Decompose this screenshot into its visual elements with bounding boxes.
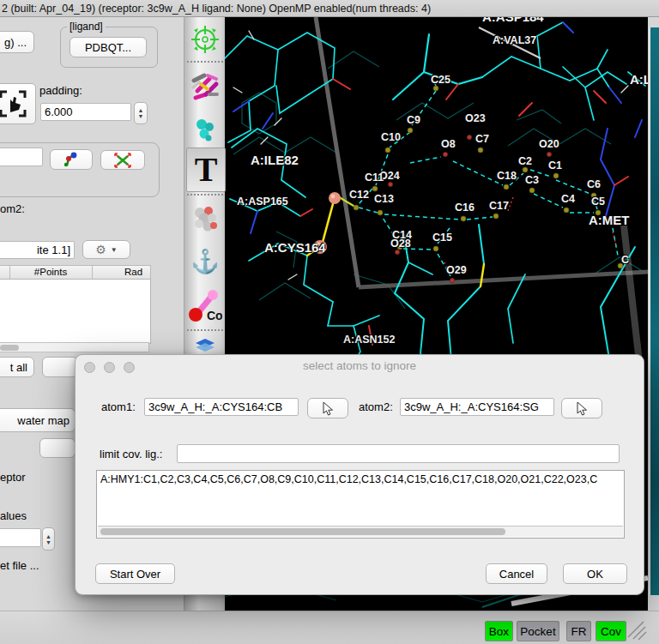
site-options-dropdown[interactable]: ⚙ ▼ <box>82 240 130 259</box>
values-input[interactable] <box>0 528 41 547</box>
covalent-co-icon: Co <box>188 287 222 323</box>
limit-cov-lig-input[interactable] <box>177 444 620 463</box>
box-toggle-button[interactable]: Box <box>485 621 513 641</box>
atom-label: C2 <box>518 155 532 167</box>
molecule-pick-icon <box>62 152 81 167</box>
cancel-button[interactable]: Cancel <box>486 563 547 584</box>
pocket-toggle-label: Pocket <box>520 625 555 638</box>
panel-button-blank[interactable] <box>42 357 78 377</box>
atom-label: C25 <box>431 74 450 86</box>
atom2-panel-label: om2: <box>0 202 25 215</box>
radius-column-header[interactable]: Rad <box>124 267 142 277</box>
atom-label: O28 <box>390 238 411 250</box>
anchor-tool-button[interactable]: ⚓ <box>186 242 224 281</box>
padding-value: 6.000 <box>45 105 73 118</box>
atom-label: A:VAL37 <box>493 34 536 46</box>
atom-label: C11 <box>365 172 384 184</box>
cursor-arrow-icon <box>323 401 334 416</box>
points-list-box[interactable] <box>0 279 151 344</box>
text-tool-icon: T <box>195 151 218 189</box>
cov-toggle-button[interactable]: Cov <box>596 621 626 641</box>
chevron-down-icon: ▼ <box>111 246 118 254</box>
atom-label: C16 <box>455 202 475 214</box>
gear-icon: ⚙ <box>95 243 106 256</box>
atom-label: C6 <box>587 178 601 190</box>
clear-selection-button[interactable] <box>100 150 145 170</box>
spheres-icon <box>190 202 221 235</box>
set-file-button[interactable]: et file ... <box>0 559 39 572</box>
target-icon <box>190 24 221 55</box>
atom-label: C13 <box>374 193 394 205</box>
covalent-tool-button[interactable]: Co <box>186 285 224 326</box>
atom-label: O20 <box>539 138 559 150</box>
atom-label: A:ASN152 <box>343 334 395 346</box>
right-edge-panel <box>648 17 659 611</box>
pdbqt-button[interactable]: PDBQT... <box>70 37 147 57</box>
picked-atom-cb[interactable] <box>329 192 341 204</box>
atom-label: C1 <box>548 159 562 172</box>
site-name-input[interactable]: ite 1.1] <box>0 241 75 259</box>
select-all-label: t all <box>10 361 27 374</box>
ligand-tool-button[interactable] <box>186 113 224 146</box>
atom-label: C18 <box>497 170 517 182</box>
atom-label: O29 <box>446 264 467 276</box>
text-tool-button[interactable]: T <box>186 147 226 192</box>
atom-label: A:LE <box>630 72 648 87</box>
site-name-value: ite 1.1] <box>37 244 70 256</box>
background-window-strip <box>650 27 659 595</box>
water-map-label: water map <box>17 414 70 427</box>
spheres-tool-button[interactable] <box>186 199 224 238</box>
select-atoms-dialog: select atoms to ignore atom1: 3c9w_A_H:_… <box>75 354 644 595</box>
receptor-label: eptor <box>0 471 26 484</box>
target-tool-button[interactable] <box>186 22 224 57</box>
padding-stepper[interactable]: ▲▼ <box>134 102 148 124</box>
dialog-title: select atoms to ignore <box>76 359 644 372</box>
ok-label: OK <box>587 568 603 581</box>
resize-grip-icon[interactable] <box>625 618 647 641</box>
pocket-toggle-button[interactable]: Pocket <box>517 621 559 641</box>
atom-label: C7 <box>475 133 489 145</box>
viewer-bottom-bar: Box Pocket FR Cov <box>0 611 659 644</box>
layers-icon <box>192 336 218 355</box>
padding-label: padding: <box>39 84 82 97</box>
values-stepper[interactable]: ▲▼ <box>42 527 55 551</box>
select-all-button[interactable]: t all <box>0 357 34 377</box>
panel-button-blank-2[interactable] <box>39 438 76 458</box>
atom-label: A:ASP165 <box>237 196 288 208</box>
atom-label: O8 <box>441 138 456 150</box>
padding-input[interactable]: 6.000 <box>40 103 131 121</box>
pdbqt-button-label: PDBQT... <box>85 41 131 54</box>
atom2-pick-button[interactable] <box>561 398 602 418</box>
protein-bundle-icon <box>189 69 221 105</box>
x-arrows-icon <box>114 153 131 168</box>
start-over-button[interactable]: Start Over <box>95 563 175 584</box>
water-map-button[interactable]: water map <box>0 408 76 432</box>
points-column-header[interactable]: #Points <box>11 267 90 277</box>
protein-tool-button[interactable] <box>186 66 224 107</box>
pick-atom-button[interactable] <box>50 149 93 170</box>
grid-select-button[interactable] <box>0 83 36 124</box>
atom2-input[interactable]: 3c9w_A_H:_A:CYS164:SG <box>400 398 554 416</box>
ligand-group-label: [ligand] <box>67 21 106 33</box>
atom-label: A:MET <box>589 213 630 227</box>
atom1-input[interactable]: 3c9w_A_H:_A:CYS164:CB <box>144 398 299 416</box>
points-hscrollbar[interactable] <box>0 342 149 352</box>
dialog-title-bar[interactable]: select atoms to ignore <box>76 355 644 376</box>
hand-select-icon <box>0 89 27 118</box>
atom-label: A:ILE82 <box>251 153 299 167</box>
cursor-arrow-icon <box>577 401 588 416</box>
textarea-hscrollbar-thumb[interactable] <box>100 528 505 535</box>
points-hscrollbar-thumb[interactable] <box>0 345 19 351</box>
atom1-side-input[interactable] <box>0 147 43 166</box>
atom1-value: 3c9w_A_H:_A:CYS164:CB <box>148 400 282 413</box>
textarea-hscrollbar[interactable] <box>98 526 623 537</box>
column-divider <box>9 266 10 280</box>
fr-toggle-button[interactable]: FR <box>566 621 591 641</box>
ligand-file-button[interactable]: g) ... <box>0 31 34 53</box>
atoms-to-ignore-textarea[interactable]: A:HMY1:C1,C2,C3,C4,C5,C6,C7,O8,C9,C10,C1… <box>96 470 625 539</box>
ok-button[interactable]: OK <box>563 563 627 584</box>
atom-label: A:CYS164 <box>264 240 326 255</box>
atom1-pick-button[interactable] <box>307 398 348 418</box>
atom-label: C3 <box>525 174 539 186</box>
stepper-down-icon: ▼ <box>45 539 51 545</box>
